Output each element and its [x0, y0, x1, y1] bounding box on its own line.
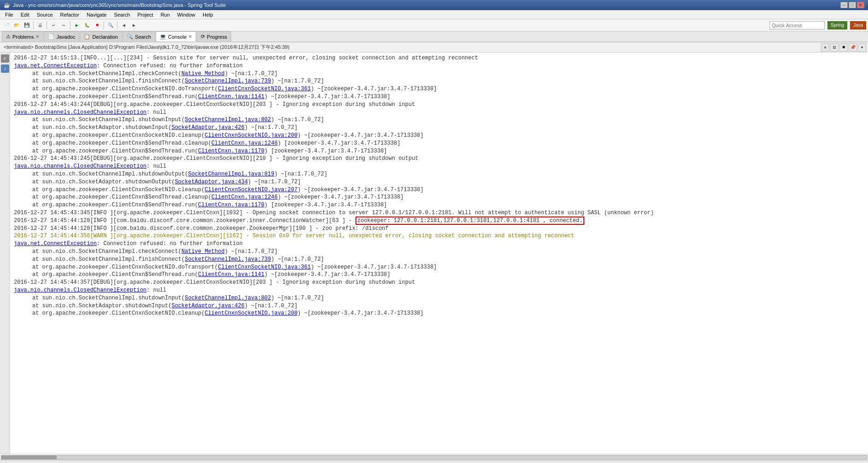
menu-source[interactable]: Source	[34, 11, 56, 19]
console-line: 2016-12-27 14:45:43:345[INFO ][org.apach…	[14, 209, 864, 217]
clear-console-button[interactable]: ✕	[821, 43, 829, 52]
console-link[interactable]: java.net.ConnectException	[14, 63, 97, 69]
undo-button[interactable]: ↩	[49, 21, 58, 30]
quick-access-area: Spring Java	[769, 21, 866, 29]
menu-edit[interactable]: Edit	[17, 11, 33, 19]
console-link[interactable]: SocketAdaptor.java:426	[171, 124, 244, 131]
tab-problems[interactable]: ⚠ Problems ✕	[2, 31, 43, 41]
console-link[interactable]: ClientCnxnSocketNIO.java:361	[218, 264, 311, 270]
console-link[interactable]: SocketChannelImpl.java:802	[185, 117, 271, 123]
debug-button[interactable]: 🐛	[82, 21, 92, 30]
pin-button[interactable]: 📌	[849, 43, 857, 52]
tab-progress[interactable]: ⟳ Progress	[197, 31, 231, 41]
console-link[interactable]: java.net.ConnectException	[14, 240, 97, 247]
menu-search[interactable]: Search	[111, 11, 134, 19]
console-link[interactable]: ClientCnxn.java:1141	[198, 94, 264, 100]
menu-navigate[interactable]: Navigate	[83, 11, 110, 19]
back-button[interactable]: ◀	[119, 21, 128, 30]
console-link[interactable]: ClientCnxnSocketNIO.java:361	[218, 86, 311, 92]
tab-declaration-label: Declaration	[92, 34, 118, 40]
console-line: at sun.nio.ch.SocketChannelImpl.finishCo…	[14, 256, 864, 264]
open-button[interactable]: 📂	[12, 21, 21, 30]
console-link[interactable]: ClientCnxn.java:1246	[211, 194, 278, 200]
tab-javadoc[interactable]: 📄 Javadoc	[44, 31, 79, 41]
status-bar: https://blog.csdn.net/tqneduzihang7709u0…	[0, 460, 868, 463]
new-button[interactable]: 📄	[2, 21, 11, 30]
minimize-button[interactable]: ─	[840, 2, 848, 8]
console-link[interactable]: ClientCnxn.java:1170	[198, 202, 264, 208]
window-controls: ─ □ ✕	[840, 2, 864, 8]
menu-bar: File Edit Source Refactor Navigate Searc…	[0, 10, 868, 19]
console-line: at org.apache.zookeeper.ClientCnxn$SendT…	[14, 147, 864, 155]
problems-icon: ⚠	[6, 34, 11, 40]
console-link[interactable]: ClientCnxn.java:1141	[198, 271, 264, 278]
console-line: at sun.nio.ch.SocketChannelImpl.checkCon…	[14, 248, 864, 256]
console-link[interactable]: java.nio.channels.ClosedChannelException	[14, 163, 146, 170]
horizontal-scrollbar[interactable]	[0, 454, 868, 460]
tab-progress-label: Progress	[207, 34, 227, 40]
tab-console-close[interactable]: ✕	[188, 34, 192, 39]
console-link[interactable]: java.nio.channels.ClosedChannelException	[14, 287, 146, 293]
console-line: 2016-12-27 14:45:43:244[DEBUG][org.apach…	[14, 101, 864, 109]
console-line: at org.apache.zookeeper.ClientCnxnSocket…	[14, 310, 864, 317]
run-button[interactable]: ▶	[72, 21, 82, 30]
java-button[interactable]: Java	[850, 21, 866, 29]
scrollbar-track[interactable]	[1, 455, 867, 460]
tab-problems-close[interactable]: ✕	[35, 34, 39, 39]
console-line: java.nio.channels.ClosedChannelException…	[14, 163, 864, 170]
maximize-button[interactable]: □	[849, 2, 856, 8]
save-button[interactable]: 💾	[22, 21, 31, 30]
print-button[interactable]: 🖨	[35, 21, 45, 30]
tab-problems-label: Problems	[12, 34, 34, 40]
console-link[interactable]: ClientCnxnSocketNIO.java:207	[204, 187, 297, 193]
console-link[interactable]: SocketChannelImpl.java:739	[185, 78, 271, 84]
console-output[interactable]: 2016-12-27 14:15:13.[INFO...][...][234] …	[10, 53, 868, 454]
console-line: at org.apache.zookeeper.ClientCnxn$SendT…	[14, 193, 864, 201]
console-link[interactable]: Native Method	[181, 70, 225, 77]
console-link[interactable]: ClientCnxn.java:1170	[198, 148, 264, 154]
console-line: 2016-12-27 14:45:43:245[DEBUG][org.apach…	[14, 155, 864, 163]
console-link[interactable]: SocketChannelImpl.java:802	[185, 295, 271, 301]
menu-file[interactable]: File	[2, 11, 17, 19]
console-link[interactable]: ClientCnxn.java:1246	[211, 140, 278, 147]
terminate-button[interactable]: ■	[839, 43, 848, 52]
search-toolbar-button[interactable]: 🔍	[106, 21, 115, 30]
sidebar-icon-1[interactable]: P	[1, 54, 9, 63]
console-line: java.nio.channels.ClosedChannelException…	[14, 287, 864, 294]
scrollbar-thumb[interactable]	[1, 456, 57, 459]
console-link[interactable]: java.nio.channels.ClosedChannelException	[14, 109, 146, 116]
console-link[interactable]: SocketChannelImpl.java:739	[185, 256, 271, 263]
sidebar-icon-2[interactable]: J	[1, 64, 9, 73]
console-link[interactable]: Native Method	[181, 248, 225, 255]
console-link[interactable]: ClientCnxnSocketNIO.java:200	[204, 132, 297, 139]
spring-button[interactable]: Spring	[827, 21, 847, 29]
javadoc-icon: 📄	[48, 34, 54, 40]
console-link[interactable]: SocketAdaptor.java:426	[171, 303, 244, 309]
main-content-area: P J 2016-12-27 14:15:13.[INFO...][...][2…	[0, 53, 868, 454]
console-buttons: ✕ ⊡ ■ 📌 ▾	[821, 43, 866, 52]
console-link[interactable]: SocketChannelImpl.java:819	[188, 171, 274, 177]
tab-declaration[interactable]: 📋 Declaration	[80, 31, 122, 41]
console-link[interactable]: SocketAdaptor.java:434	[175, 179, 248, 185]
close-button[interactable]: ✕	[857, 2, 864, 8]
console-line: at sun.nio.ch.SocketChannelImpl.shutdown…	[14, 170, 864, 178]
stop-button[interactable]: ■	[93, 21, 102, 30]
menu-run[interactable]: Run	[157, 11, 173, 19]
left-sidebar: P J	[0, 53, 10, 454]
progress-icon: ⟳	[201, 34, 205, 40]
tab-search[interactable]: 🔍 Search	[122, 31, 155, 41]
menu-help[interactable]: Help	[199, 11, 216, 19]
console-link[interactable]: ClientCnxnSocketNIO.java:200	[204, 310, 297, 316]
menu-refactor[interactable]: Refactor	[57, 11, 83, 19]
redo-button[interactable]: ↪	[59, 21, 68, 30]
view-menu-button[interactable]: ▾	[858, 43, 866, 52]
console-line: java.nio.channels.ClosedChannelException…	[14, 109, 864, 117]
scroll-lock-button[interactable]: ⊡	[830, 43, 839, 52]
forward-button[interactable]: ▶	[129, 21, 139, 30]
console-line: 2016-12-27 14:45:44:356[WARN ][org.apach…	[14, 232, 864, 240]
quick-access-input[interactable]	[769, 21, 825, 29]
menu-project[interactable]: Project	[134, 11, 156, 19]
console-line: 2016-12-27 14:45:44:357[DEBUG][org.apach…	[14, 279, 864, 287]
tab-console[interactable]: 💻 Console ✕	[156, 31, 196, 41]
menu-window[interactable]: Window	[174, 11, 198, 19]
